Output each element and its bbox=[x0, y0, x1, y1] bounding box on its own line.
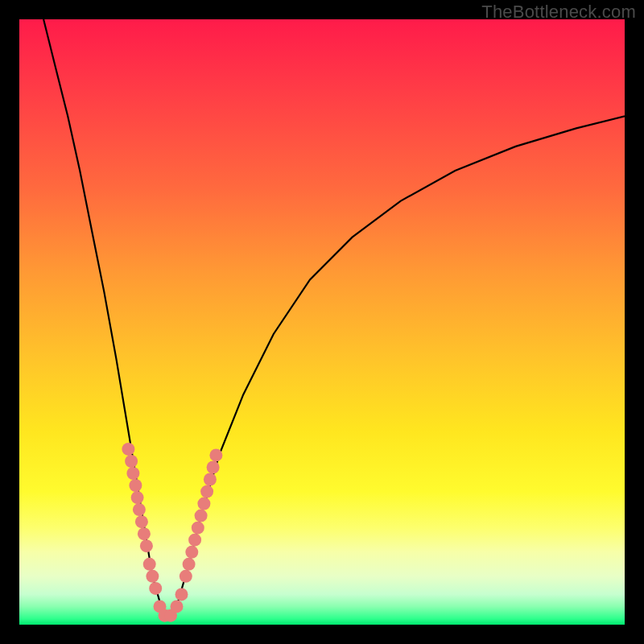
data-dot bbox=[207, 461, 220, 474]
data-dot bbox=[133, 503, 146, 516]
data-dot bbox=[140, 539, 153, 552]
data-dot bbox=[149, 582, 162, 595]
data-dot bbox=[175, 588, 188, 601]
data-dot bbox=[126, 467, 139, 480]
chart-frame: TheBottleneck.com bbox=[0, 0, 644, 644]
data-dot bbox=[183, 558, 196, 571]
data-dot bbox=[171, 600, 184, 613]
data-dot bbox=[185, 546, 198, 559]
data-dot bbox=[188, 534, 201, 547]
data-dot bbox=[197, 497, 210, 510]
data-dot bbox=[209, 448, 222, 461]
data-dot bbox=[180, 570, 192, 583]
data-dot bbox=[129, 479, 142, 492]
plot-area bbox=[19, 19, 625, 625]
data-dot bbox=[204, 473, 217, 486]
data-dot bbox=[200, 485, 213, 498]
data-dot bbox=[146, 570, 159, 583]
data-dot bbox=[192, 522, 204, 535]
data-dot bbox=[135, 515, 148, 528]
watermark-text: TheBottleneck.com bbox=[481, 2, 636, 23]
data-dot bbox=[125, 455, 138, 468]
data-dot bbox=[138, 527, 151, 540]
data-dot bbox=[143, 558, 156, 571]
chart-svg bbox=[19, 19, 625, 625]
data-dot bbox=[195, 510, 208, 522]
bottleneck-curve bbox=[43, 19, 625, 619]
data-dots-group bbox=[122, 443, 222, 622]
data-dot bbox=[131, 491, 144, 504]
data-dot bbox=[122, 443, 134, 456]
